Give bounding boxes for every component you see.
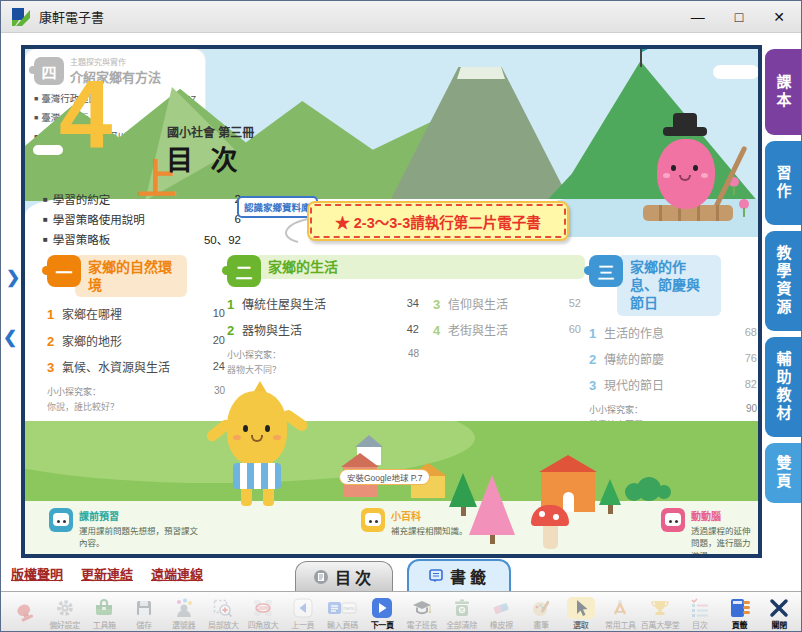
tool-label: 四角放大 [248, 619, 279, 630]
lesson-title: 傳統的節慶 [604, 352, 727, 368]
front-matter-row[interactable]: ■ 學習策略使用說明 6 [43, 211, 241, 227]
lesson-page: 68 [731, 326, 757, 338]
tab-textbook[interactable]: 課本 [765, 49, 801, 135]
tool-million-hall[interactable]: 百萬大學堂 [640, 597, 680, 630]
lesson-row-dimmed[interactable]: 4 老街與生活 60 [433, 323, 581, 339]
remote-link[interactable]: 遠端連線 [151, 564, 203, 583]
tab-teaching-resources[interactable]: 教學資源 [765, 231, 801, 331]
tool-pen[interactable]: 畫筆 [521, 597, 561, 630]
lesson-row[interactable]: 1 傳統住屋與生活 34 [227, 297, 419, 313]
tool-common-tools[interactable]: 常用工具 [601, 597, 641, 630]
tool-select[interactable]: 選取 [561, 597, 601, 630]
google-earth-tag: 安裝Google地球 P.7 [339, 469, 430, 485]
explorer-row[interactable]: 小小探究家： 48 器物大不同？ [227, 348, 419, 376]
copyright-link[interactable]: 版權聲明 [11, 564, 63, 583]
graduation-cap-icon [411, 597, 433, 619]
title-bar: 康軒電子書 — □ ✕ [1, 1, 802, 33]
minimize-button[interactable]: — [691, 1, 705, 33]
svg-text:menu: menu [344, 605, 356, 610]
page-nav-chevron-left[interactable]: ❮ [3, 327, 17, 348]
tool-label: 全部清除 [446, 619, 477, 630]
tab-aux-materials[interactable]: 輔助教材 [765, 337, 801, 437]
tool-label: 選號器 [172, 619, 195, 630]
front-matter-list: ■ 學習的約定 2 ■ 學習策略使用說明 6 ■ 學習策略板 50、92 [43, 191, 241, 251]
page-tabs-icon [728, 597, 752, 619]
explorer-row[interactable]: 小小探究家： 30 你說，誰比較好？ [47, 385, 225, 413]
tool-stamp[interactable] [5, 602, 45, 624]
tool-preferences[interactable]: 偏好設定 [45, 597, 85, 630]
lesson-number: 2 [227, 323, 242, 338]
tool-label: 局部放大 [208, 619, 239, 630]
lesson-row-dimmed[interactable]: 2 傳統的節慶 76 [589, 352, 757, 368]
legend-name: 動動腦 [691, 508, 755, 523]
lesson-row[interactable]: 2 家鄉的地形 20 [47, 334, 225, 350]
bullet-icon: ■ [43, 235, 48, 244]
tab-workbook[interactable]: 習作 [765, 141, 801, 225]
tool-label: 關閉 [772, 619, 787, 630]
lesson-page: 82 [731, 378, 757, 390]
front-matter-label: 學習的約定 [53, 191, 111, 207]
tool-label: 電子班長 [406, 619, 437, 630]
unit-1-header[interactable]: 一 家鄉的自然環境 [47, 255, 225, 297]
next-page-icon [371, 597, 393, 619]
unit-4-header[interactable]: 四 主題探究與實作 介紹家鄉有方法 [34, 56, 196, 86]
bookmark-tab-icon [428, 568, 444, 584]
bullet-icon: ■ [34, 114, 38, 121]
tool-page-tabs[interactable]: 頁籤 [720, 597, 760, 630]
tool-toolbox[interactable]: 工具箱 [84, 597, 124, 630]
tool-page-input[interactable]: menu 輸入頁碼 [323, 597, 363, 630]
lesson-row[interactable]: 1 家鄉在哪裡 10 [47, 307, 225, 323]
eraser-icon [490, 597, 512, 619]
page-nav-chevron-right[interactable]: ❯ [6, 267, 20, 288]
unit-2-title: 家鄉的生活 [255, 255, 585, 279]
page-frame: 4 上 國小社會 第三冊 目 次 ■ 學習的約定 2 ■ 學習策略使用說明 6 … [21, 45, 762, 558]
app-window: 康軒電子書 — □ ✕ ❯ ❮ [0, 0, 802, 632]
lesson-row[interactable]: 3 氣候、水資源與生活 24 [47, 360, 225, 376]
tool-number-picker[interactable]: 選號器 [164, 597, 204, 630]
tool-partial-zoom[interactable]: 局部放大 [204, 597, 244, 630]
bullet-icon: ■ [43, 195, 48, 204]
unit-3-section: 三 家鄉的作息、節慶與節日 1 生活的作息 68 2 傳統的節慶 76 3 現代… [589, 255, 757, 431]
window-title: 康軒電子書 [39, 7, 104, 26]
oar-icon [711, 146, 747, 213]
close-button[interactable]: ✕ [773, 1, 785, 33]
lesson-page: 76 [731, 352, 757, 364]
explorer-question: 你說，誰比較好？ [47, 400, 225, 413]
lesson-row[interactable]: 2 器物與生活 42 [227, 323, 419, 339]
footer-strip: 版權聲明 更新連結 遠端連線 目次 書籤 [1, 558, 802, 591]
page-input-icon: menu [327, 597, 357, 619]
lesson-number: 3 [47, 360, 62, 375]
lesson-row-dimmed[interactable]: 3 信仰與生活 52 [433, 297, 581, 313]
tool-e-class-leader[interactable]: 電子班長 [402, 597, 442, 630]
unit-3-header[interactable]: 三 家鄉的作息、節慶與節日 [589, 255, 757, 316]
tool-clear-all[interactable]: 全部清除 [442, 597, 482, 630]
front-matter-row[interactable]: ■ 學習策略板 50、92 [43, 231, 241, 247]
lesson-number: 3 [433, 297, 448, 312]
bottom-tab-toc[interactable]: 目次 [295, 561, 393, 591]
book-page: 4 上 國小社會 第三冊 目 次 ■ 學習的約定 2 ■ 學習策略使用說明 6 … [25, 49, 758, 554]
trophy-icon [649, 597, 671, 619]
tool-label: 偏好設定 [49, 619, 80, 630]
front-matter-row[interactable]: ■ 學習的約定 2 [43, 191, 241, 207]
tool-close[interactable]: 關閉 [759, 597, 799, 630]
update-link[interactable]: 更新連結 [81, 564, 133, 583]
tool-toc[interactable]: 目次 [680, 597, 720, 630]
pink-character-illustration [631, 105, 758, 239]
house-orange-illustration [539, 455, 597, 512]
tool-label: 選取 [573, 619, 588, 630]
unit-2-header[interactable]: 二 家鄉的生活 [227, 255, 585, 287]
tab-double-page[interactable]: 雙頁 [765, 443, 801, 503]
tool-save[interactable]: 儲存 [124, 597, 164, 630]
legend-item-encyclopedia: 小百科 補充課程相關知識。 [361, 508, 501, 537]
tool-corner-zoom[interactable]: 100% 四角放大 [243, 597, 283, 630]
bottom-tab-bookmark[interactable]: 書籤 [407, 559, 511, 591]
tool-next-page[interactable]: 下一頁 [362, 597, 402, 630]
lesson-title: 家鄉的地形 [62, 334, 195, 350]
lesson-page: 52 [555, 297, 581, 309]
lesson-row-dimmed[interactable]: 1 生活的作息 68 [589, 326, 757, 342]
tool-eraser[interactable]: 橡皮擦 [481, 597, 521, 630]
lesson-page: 34 [393, 297, 419, 309]
lesson-row-dimmed[interactable]: 3 現代的節日 82 [589, 378, 757, 394]
maximize-button[interactable]: □ [735, 1, 743, 33]
tool-prev-page[interactable]: 上一頁 [283, 597, 323, 630]
